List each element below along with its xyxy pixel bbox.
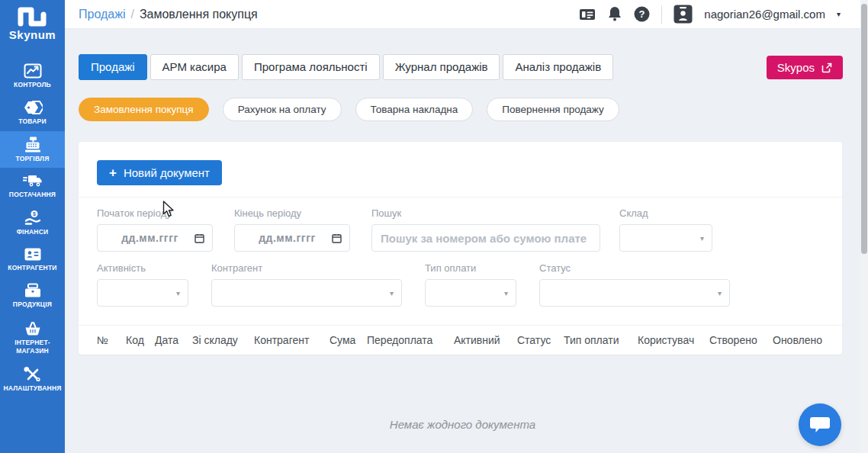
document-type-pills: Замовлення покупця Рахунок на оплату Тов… [79, 98, 619, 121]
column-user[interactable]: Користувач [638, 334, 694, 346]
search-input[interactable] [371, 224, 600, 252]
breadcrumb: Продажі / Замовлення покупця [79, 8, 258, 21]
id-card-icon [24, 247, 42, 262]
pill-sales-return[interactable]: Повернення продажу [487, 98, 619, 121]
billing-icon[interactable] [579, 8, 596, 21]
column-number[interactable]: № [97, 334, 108, 346]
payment-type-label: Тип оплати [425, 262, 476, 274]
svg-text:?: ? [639, 8, 645, 20]
tab-loyalty-program[interactable]: Програма лояльності [242, 54, 380, 80]
sidebar-item-supply[interactable]: ПОСТАЧАННЯ [0, 168, 65, 204]
sidebar-item-products[interactable]: ПРОДУКЦІЯ [0, 278, 65, 314]
sidebar-item-goods[interactable]: ТОВАРИ [0, 95, 65, 131]
column-payment-type[interactable]: Тип оплати [564, 334, 619, 346]
sidebar-item-label: ІНТЕРНЕТ-МАГАЗИН [3, 339, 63, 355]
column-created[interactable]: Створено [709, 334, 757, 346]
calendar-icon[interactable] [332, 233, 342, 243]
sidebar-item-label: ТОРГІВЛЯ [15, 155, 49, 163]
breadcrumb-parent-link[interactable]: Продажі [79, 8, 125, 21]
empty-state-message: Немає жодного документа [65, 418, 860, 431]
documents-panel: + Новий документ Початок періоду Кінець … [79, 142, 842, 355]
status-select[interactable]: ▾ [539, 279, 730, 307]
period-end-input[interactable]: дд.мм.гггг [234, 224, 350, 252]
sidebar-item-label: ПОСТАЧАННЯ [9, 191, 56, 199]
column-prepayment[interactable]: Передоплата [367, 334, 432, 346]
sidebar-item-control[interactable]: КОНТРОЛЬ [0, 58, 65, 95]
column-from-warehouse[interactable]: Зі складу [192, 334, 238, 346]
tab-sales[interactable]: Продажі [79, 54, 147, 80]
user-email[interactable]: nagorian26@gmail.com [704, 8, 825, 21]
tab-sales-journal[interactable]: Журнал продажів [383, 54, 500, 80]
table-header: № Код Дата Зі складу Контрагент Сума Пер… [79, 325, 842, 355]
header-actions: ? nagorian26@gmail.com ▾ [579, 5, 860, 24]
basket-icon [24, 321, 42, 336]
notifications-bell-icon[interactable] [607, 6, 622, 22]
breadcrumb-separator: / [130, 8, 133, 21]
chat-bubble-icon [809, 415, 831, 435]
activity-select[interactable]: ▾ [97, 279, 188, 307]
sidebar-item-settings[interactable]: НАЛАШТУВАННЯ [0, 361, 65, 398]
sidebar-item-finance[interactable]: $ ФІНАНСИ [0, 204, 65, 241]
finance-hand-icon: $ [24, 210, 42, 226]
column-status[interactable]: Статус [517, 334, 551, 346]
counterparty-select[interactable]: ▾ [211, 279, 402, 307]
counterparty-label: Контрагент [211, 262, 262, 274]
sidebar-item-label: ТОВАРИ [18, 117, 46, 126]
sidebar-nav: КОНТРОЛЬ ТОВАРИ ТОРГІВЛЯ [0, 58, 65, 398]
new-document-label: Новий документ [124, 166, 210, 179]
skynum-pulse-icon [16, 4, 50, 27]
column-sum[interactable]: Сума [330, 334, 355, 346]
sidebar-item-trade[interactable]: ТОРГІВЛЯ [0, 131, 65, 168]
activity-label: Активність [97, 262, 146, 274]
help-icon[interactable]: ? [634, 6, 650, 22]
column-date[interactable]: Дата [155, 334, 178, 346]
app-logo[interactable]: Skynum [0, 0, 65, 52]
new-document-button[interactable]: + Новий документ [97, 160, 222, 185]
column-active[interactable]: Активний [454, 334, 500, 346]
status-label: Статус [539, 262, 571, 274]
user-menu-caret-icon[interactable]: ▾ [837, 10, 841, 18]
payment-type-select[interactable]: ▾ [425, 279, 516, 307]
sidebar-item-label: ФІНАНСИ [17, 228, 49, 236]
pill-waybill[interactable]: Товарна накладна [355, 98, 474, 121]
top-header: Продажі / Замовлення покупця ? [65, 0, 860, 29]
sidebar-item-counterparties[interactable]: КОНТРАГЕНТИ [0, 241, 65, 278]
tools-icon [24, 367, 42, 382]
warehouse-select[interactable]: ▾ [619, 224, 712, 252]
tab-sales-analysis[interactable]: Аналіз продажів [503, 54, 613, 80]
period-end-value: дд.мм.гггг [243, 232, 332, 244]
pill-invoice[interactable]: Рахунок на оплату [223, 98, 342, 121]
warehouse-label: Склад [619, 207, 648, 219]
svg-text:$: $ [33, 211, 36, 217]
column-counterparty[interactable]: Контрагент [254, 334, 309, 346]
sidebar-item-label: КОНТРОЛЬ [14, 81, 51, 89]
chevron-down-icon: ▾ [390, 289, 394, 297]
sidebar-item-online-store[interactable]: ІНТЕРНЕТ-МАГАЗИН [0, 314, 65, 361]
pill-customer-order[interactable]: Замовлення покупця [79, 98, 209, 121]
chat-widget-button[interactable] [799, 403, 841, 446]
header-divider [661, 5, 662, 24]
period-start-input[interactable]: дд.мм.гггг [97, 224, 213, 252]
toolbar-divider [79, 197, 842, 198]
package-icon [24, 283, 42, 298]
search-label: Пошук [371, 207, 401, 219]
period-end-label: Кінець періоду [234, 207, 301, 219]
section-tabs: Продажі АРМ касира Програма лояльності Ж… [79, 54, 613, 80]
chevron-down-icon: ▾ [718, 289, 722, 297]
skypos-button[interactable]: Skypos [767, 56, 843, 79]
calendar-icon[interactable] [194, 233, 204, 243]
sidebar-item-label: КОНТРАГЕНТИ [8, 264, 56, 272]
user-avatar[interactable] [674, 5, 693, 24]
vertical-scrollbar[interactable] [860, 0, 868, 453]
column-updated[interactable]: Оновлено [773, 334, 822, 346]
tags-icon [23, 100, 43, 115]
period-start-label: Початок періоду [97, 207, 172, 219]
tab-cashier-workstation[interactable]: АРМ касира [150, 54, 239, 80]
external-link-icon [821, 63, 832, 73]
column-code[interactable]: Код [126, 334, 144, 346]
chevron-down-icon: ▾ [504, 289, 508, 297]
scrollbar-thumb[interactable] [861, 4, 867, 254]
chevron-down-icon: ▾ [176, 289, 180, 297]
chevron-down-icon: ▾ [700, 234, 704, 243]
plus-icon: + [109, 166, 117, 179]
